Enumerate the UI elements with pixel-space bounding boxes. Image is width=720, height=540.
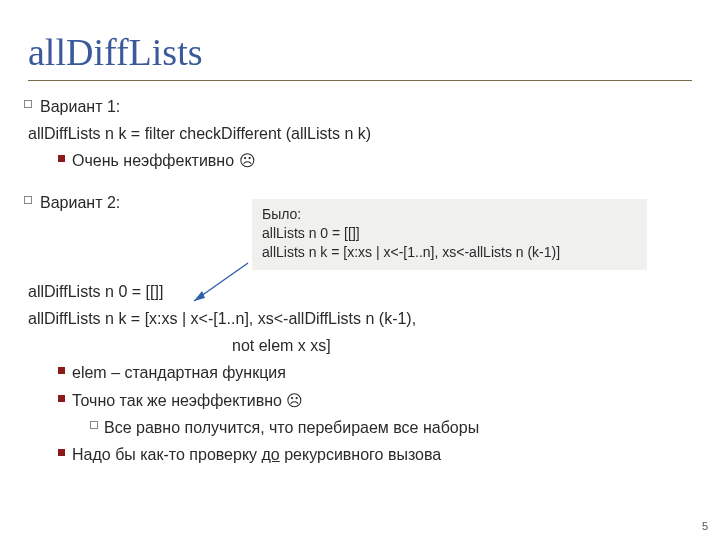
body-list: Очень неэффективно ☹ [28,149,692,172]
list-item: Очень неэффективно ☹ [28,149,692,172]
list-item: Вариант 1: [28,95,692,118]
text-span: рекурсивного вызова [280,446,441,463]
page-title: allDiffLists [28,30,692,74]
text-span: Надо бы как-то проверку [72,446,262,463]
callout-box: Было: allLists n 0 = [[]] allLists n k =… [252,199,647,270]
page-number: 5 [702,520,708,532]
list-item: Точно так же неэффективно ☹ [28,389,692,412]
body-list: elem – стандартная функция Точно так же … [28,361,692,466]
body-list: Вариант 1: [28,95,692,118]
content: Вариант 1: allDiffLists n k = filter che… [28,95,692,466]
list-item: Все равно получится, что перебираем все … [28,416,692,439]
spacer [28,177,692,187]
callout-line: Было: [262,205,637,224]
code-line: not elem x xs] [28,334,692,357]
code-line: allDiffLists n 0 = [[]] [28,280,692,303]
list-item: elem – стандартная функция [28,361,692,384]
underlined-text: до [262,446,280,463]
code-line: allDiffLists n k = filter checkDifferent… [28,122,692,145]
callout-line: allLists n k = [x:xs | x<-[1..n], xs<-al… [262,243,637,262]
title-rule [28,80,692,81]
code-line: allDiffLists n k = [x:xs | x<-[1..n], xs… [28,307,692,330]
callout-line: allLists n 0 = [[]] [262,224,637,243]
list-item: Надо бы как-то проверку до рекурсивного … [28,443,692,466]
slide: allDiffLists Вариант 1: allDiffLists n k… [0,0,720,540]
